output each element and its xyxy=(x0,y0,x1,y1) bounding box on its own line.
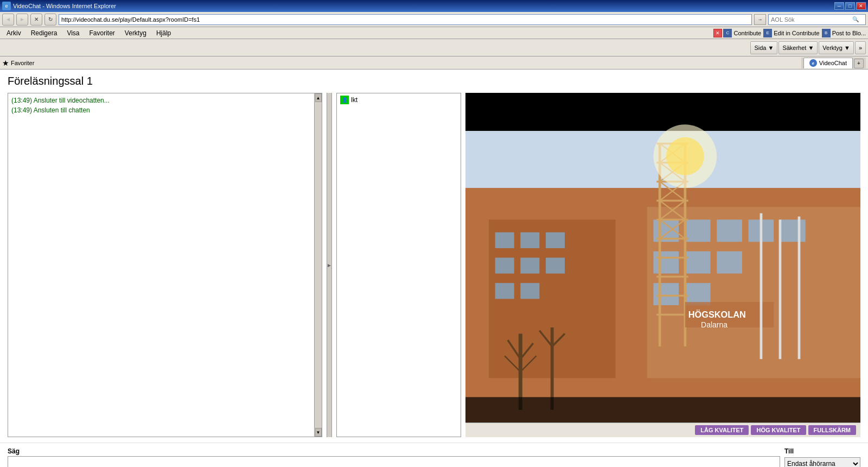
menu-close-button[interactable]: ✕ xyxy=(713,29,722,37)
menu-hjalp[interactable]: Hjälp xyxy=(152,28,175,38)
favorites-label[interactable]: ★ Favoriter xyxy=(2,59,34,67)
say-label: Säg xyxy=(8,447,780,455)
user-icon: 👤 xyxy=(342,97,348,103)
edit-contribute-label: Edit in Contribute xyxy=(774,30,819,36)
sakerhet-label: Säkerhet xyxy=(782,45,806,51)
splitter-arrow: ► xyxy=(327,262,332,268)
chat-splitter[interactable]: ► xyxy=(327,93,332,437)
video-section: HÖGSKOLAN Dalarna xyxy=(465,93,860,437)
user-list: 👤 lkt xyxy=(336,93,461,437)
search-box: 🔍 xyxy=(768,14,866,25)
svg-rect-22 xyxy=(780,219,806,242)
verktyg-arrow: ▼ xyxy=(844,45,850,51)
svg-point-61 xyxy=(666,137,704,175)
edit-in-contribute-item[interactable]: E Edit in Contribute xyxy=(763,29,819,37)
to-label: Till xyxy=(784,447,860,455)
sida-arrow: ▼ xyxy=(768,45,774,51)
contribute-bar: C Contribute E Edit in Contribute B Post… xyxy=(723,29,866,37)
scroll-down[interactable]: ▼ xyxy=(315,428,322,437)
close-button[interactable]: ✕ xyxy=(856,2,866,10)
verktyg-label: Verktyg xyxy=(822,45,843,51)
page-title: Föreläsningssal 1 xyxy=(8,75,860,87)
svg-rect-19 xyxy=(653,283,679,305)
low-quality-button[interactable]: LÅG KVALITET xyxy=(695,425,749,435)
edit-contribute-icon: E xyxy=(763,29,772,37)
title-bar-buttons: ─ □ ✕ xyxy=(834,2,866,10)
new-tab-button[interactable]: + xyxy=(854,59,864,68)
menu-verktyg[interactable]: Verktyg xyxy=(120,28,151,38)
svg-rect-14 xyxy=(685,219,711,242)
svg-rect-1 xyxy=(465,93,860,131)
svg-rect-15 xyxy=(717,219,742,242)
svg-text:Dalarna: Dalarna xyxy=(701,320,727,329)
title-bar: e VideoChat - Windows Internet Explorer … xyxy=(0,0,868,12)
svg-rect-17 xyxy=(685,251,711,274)
svg-rect-6 xyxy=(520,232,539,248)
chat-message-2: (13:49) Ansluten till chatten xyxy=(11,106,318,114)
video-feed: HÖGSKOLAN Dalarna xyxy=(465,93,860,422)
contribute-item[interactable]: C Contribute xyxy=(723,29,761,37)
sakerhet-button[interactable]: Säkerhet ▼ xyxy=(778,41,818,54)
search-input[interactable] xyxy=(771,16,852,23)
go-button[interactable]: → xyxy=(754,14,766,25)
post-blog-label: Post to Blo... xyxy=(832,30,866,36)
say-section: Säg xyxy=(8,447,780,467)
tab-videochat[interactable]: e VideoChat xyxy=(803,58,853,68)
minimize-button[interactable]: ─ xyxy=(834,2,844,10)
svg-rect-59 xyxy=(465,397,860,422)
to-section: Till Endast åhörarna Alla Föreläsaren Sk… xyxy=(784,447,860,467)
menu-redigera[interactable]: Redigera xyxy=(27,28,62,38)
address-input[interactable] xyxy=(59,14,752,25)
high-quality-button[interactable]: HÖG KVALITET xyxy=(751,425,806,435)
user-list-item: 👤 lkt xyxy=(337,93,461,106)
maximize-button[interactable]: □ xyxy=(845,2,855,10)
scrollbar[interactable]: ▲ ▼ xyxy=(314,93,322,437)
chat-messages: (13:49) Ansluter till videochatten... (1… xyxy=(8,93,322,437)
more-button[interactable]: » xyxy=(855,41,866,54)
sakerhet-arrow: ▼ xyxy=(808,45,814,51)
main-layout: (13:49) Ansluter till videochatten... (1… xyxy=(8,93,860,437)
svg-rect-20 xyxy=(685,283,711,305)
refresh-button[interactable]: ↻ xyxy=(44,14,56,26)
chat-section: (13:49) Ansluter till videochatten... (1… xyxy=(8,93,322,437)
stop-button[interactable]: ✕ xyxy=(30,14,42,26)
post-to-blog-item[interactable]: B Post to Blo... xyxy=(822,29,866,37)
ie-icon: e xyxy=(2,2,11,10)
address-bar: ◄ ► ✕ ↻ → 🔍 xyxy=(0,12,868,27)
video-controls: LÅG KVALITET HÖG KVALITET FULLSKÄRM xyxy=(465,422,860,437)
svg-rect-12 xyxy=(520,283,539,299)
title-bar-left: e VideoChat - Windows Internet Explorer xyxy=(2,2,116,10)
user-name: lkt xyxy=(351,96,358,104)
tab-icon: e xyxy=(809,59,817,67)
svg-rect-8 xyxy=(495,258,514,274)
svg-rect-5 xyxy=(495,232,514,248)
scroll-up[interactable]: ▲ xyxy=(315,93,322,102)
svg-rect-16 xyxy=(653,251,679,274)
toolbar: Sida ▼ Säkerhet ▼ Verktyg ▼ » xyxy=(0,39,868,56)
window-title: VideoChat - Windows Internet Explorer xyxy=(13,3,116,9)
sida-button[interactable]: Sida ▼ xyxy=(750,41,777,54)
menu-bar: Arkiv Redigera Visa Favoriter Verktyg Hj… xyxy=(0,27,868,39)
svg-rect-11 xyxy=(495,283,514,299)
fullscreen-button[interactable]: FULLSKÄRM xyxy=(808,425,856,435)
blog-icon: B xyxy=(822,29,831,37)
back-button[interactable]: ◄ xyxy=(2,14,14,26)
tab-label: VideoChat xyxy=(819,60,847,66)
contribute-icon: C xyxy=(723,29,732,37)
search-go-button[interactable]: 🔍 xyxy=(852,16,859,22)
to-select[interactable]: Endast åhörarna Alla Föreläsaren xyxy=(784,457,860,467)
verktyg-button[interactable]: Verktyg ▼ xyxy=(819,41,854,54)
tab-bar: e VideoChat + xyxy=(801,58,866,68)
forward-button[interactable]: ► xyxy=(16,14,28,26)
sida-label: Sida xyxy=(754,45,766,51)
svg-rect-9 xyxy=(520,258,539,274)
svg-rect-7 xyxy=(546,232,565,248)
say-input[interactable] xyxy=(8,456,780,467)
video-container: HÖGSKOLAN Dalarna xyxy=(465,93,860,422)
menu-visa[interactable]: Visa xyxy=(62,28,84,38)
menu-favoriter[interactable]: Favoriter xyxy=(85,28,119,38)
contribute-label: Contribute xyxy=(733,30,761,36)
svg-rect-10 xyxy=(546,258,565,274)
menu-arkiv[interactable]: Arkiv xyxy=(2,28,25,38)
bottom-area: Säg Till Endast åhörarna Alla Föreläsare… xyxy=(0,443,868,467)
